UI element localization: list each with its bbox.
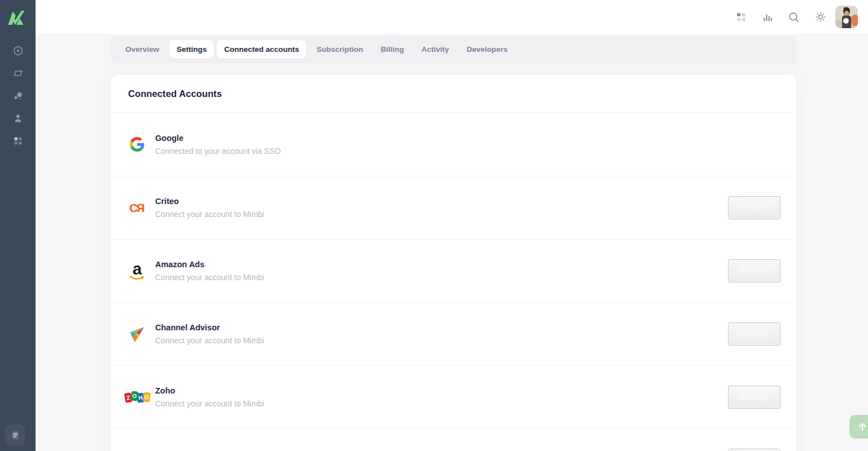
tab-connected-accounts[interactable]: Connected accounts [217,40,306,59]
shapes-icon[interactable] [10,90,26,101]
account-info: Amazon AdsConnect your account to Mimbi [155,260,728,282]
account-info: ZohoConnect your account to Mimbi [155,386,728,408]
channel-advisor-logo [128,325,146,343]
tab-billing[interactable]: Billing [374,40,411,59]
tab-bar: OverviewSettingsConnected accountsSubscr… [111,35,796,63]
zoho-logo: ZOHO [128,392,146,402]
card-title: Connected Accounts [128,89,222,99]
criteo-logo: CR [128,202,146,214]
connect-button[interactable]: Connect [728,196,781,219]
tab-activity[interactable]: Activity [414,40,457,59]
sidebar [0,0,36,451]
account-description: Connect your account to Mimbi [155,336,728,345]
apps-grid-icon[interactable] [10,135,26,147]
search-icon[interactable] [781,6,807,28]
account-name: Criteo [155,197,728,206]
account-row-channel-advisor: Channel AdvisorConnect your account to M… [111,302,796,365]
user-avatar[interactable] [835,6,858,28]
settings-nut-icon[interactable] [10,45,26,56]
account-row-amazon-ads: aAmazon AdsConnect your account to Mimbi… [111,239,796,302]
accounts-list: GoogleConnected to your account via SSOC… [111,113,796,451]
bar-chart-icon[interactable] [754,6,781,28]
account-info: Channel AdvisorConnect your account to M… [155,323,728,345]
account-row [111,428,796,451]
top-header [36,0,868,34]
amazon-ads-logo: a [128,261,146,281]
account-description: Connect your account to Mimbi [155,273,728,282]
document-icon[interactable] [5,425,25,446]
account-description: Connect your account to Mimbi [155,399,728,408]
user-icon[interactable] [10,113,26,124]
google-logo [128,137,146,152]
connect-button[interactable]: Connect [728,386,781,409]
card-header: Connected Accounts [111,75,796,113]
account-name: Channel Advisor [155,323,728,332]
apps-grid-icon[interactable] [727,6,754,28]
account-description: Connect your account to Mimbi [155,210,728,219]
account-row-zoho: ZOHOZohoConnect your account to MimbiCon… [111,365,796,428]
account-row-criteo: CRCriteoConnect your account to MimbiCon… [111,176,796,239]
tab-settings[interactable]: Settings [169,40,214,59]
tab-subscription[interactable]: Subscription [309,40,371,59]
account-name: Amazon Ads [155,260,728,269]
mimbi-logo [0,0,36,34]
account-name: Google [155,134,781,143]
connected-accounts-card: Connected Accounts GoogleConnected to yo… [111,75,796,451]
sun-theme-icon[interactable] [807,6,834,28]
account-name: Zoho [155,386,728,395]
action-button[interactable] [728,449,781,451]
revoke-button[interactable]: Revoke [728,259,781,282]
tab-overview[interactable]: Overview [118,40,166,59]
account-row-google: GoogleConnected to your account via SSO [111,113,796,176]
account-info: GoogleConnected to your account via SSO [155,134,781,156]
connect-button[interactable]: Connect [728,322,781,346]
scroll-to-top-button[interactable] [849,415,868,439]
tab-developers[interactable]: Developers [459,40,515,59]
account-description: Connected to your account via SSO [155,147,781,156]
sidebar-nav [0,45,36,147]
frame-icon[interactable] [10,68,26,79]
arrow-up-icon [857,421,868,432]
account-info: CriteoConnect your account to Mimbi [155,197,728,219]
